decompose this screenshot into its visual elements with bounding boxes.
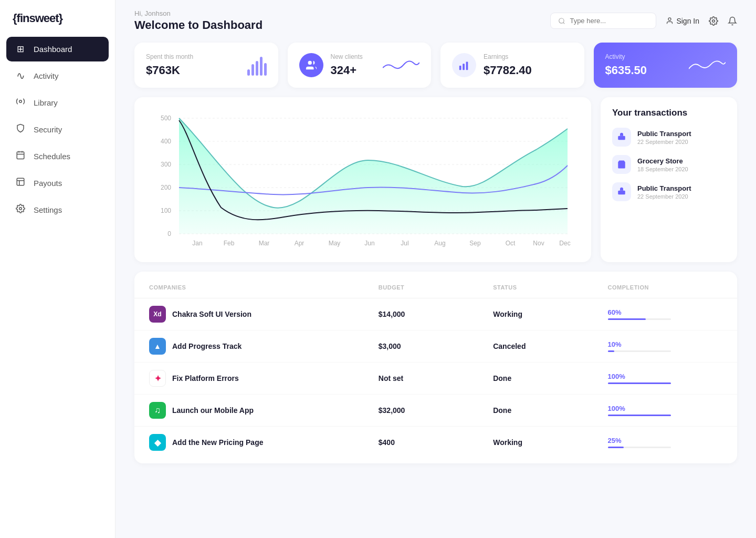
txn-date-1: 22 September 2020 (637, 139, 691, 145)
svg-text:Aug: Aug (434, 240, 445, 247)
txn-info-1: Public Transport 22 September 2020 (637, 130, 691, 145)
sidebar-item-label: Security (34, 125, 62, 134)
col-status: STATUS (493, 284, 607, 291)
stat-label-clients: New clients (331, 53, 363, 60)
svg-text:200: 200 (161, 184, 171, 191)
sidebar-item-label: Settings (34, 205, 62, 214)
sidebar-item-label: Dashboard (34, 45, 72, 54)
txn-info-3: Public Transport 22 September 2020 (637, 184, 691, 200)
chart-icon (458, 59, 470, 71)
table-header: COMPANIES BUDGET STATUS COMPLETION (134, 277, 737, 298)
svg-rect-14 (459, 66, 461, 70)
svg-text:100: 100 (161, 207, 171, 214)
sidebar-item-label: Schedules (34, 152, 70, 161)
table-section: COMPANIES BUDGET STATUS COMPLETION Xd Ch… (116, 272, 756, 482)
completion-val-3: 100% (608, 373, 722, 380)
search-icon (558, 17, 565, 25)
settings-icon (15, 204, 26, 216)
table-row: ▲ Add Progress Track $3,000 Canceled 10% (134, 330, 737, 363)
sidebar: {finsweet} ⊞ Dashboard ∿ Activity Librar… (0, 0, 116, 538)
bar1 (247, 69, 250, 76)
search-input[interactable] (570, 17, 648, 25)
sidebar-item-label: Activity (34, 71, 59, 80)
activity-icon: ∿ (15, 69, 26, 82)
bar4 (260, 57, 262, 76)
svg-point-13 (308, 61, 311, 65)
svg-point-12 (712, 19, 715, 22)
sidebar-item-label: Library (34, 98, 58, 107)
completion-5: 25% (608, 437, 722, 448)
company-icon-text-4: ♫ (154, 406, 161, 415)
search-box[interactable] (550, 13, 656, 29)
svg-point-47 (623, 193, 624, 194)
svg-point-11 (668, 18, 671, 20)
completion-3: 100% (608, 373, 722, 384)
completion-4: 100% (608, 405, 722, 416)
bell-icon[interactable] (728, 16, 737, 26)
progress-fill-1 (608, 318, 646, 320)
company-icon-3: ✦ (149, 370, 166, 387)
svg-rect-45 (618, 191, 625, 195)
sidebar-item-settings[interactable]: Settings (6, 197, 109, 223)
progress-fill-2 (608, 350, 614, 352)
table-wrap: COMPANIES BUDGET STATUS COMPLETION Xd Ch… (134, 272, 737, 463)
sign-in-button[interactable]: Sign In (666, 17, 699, 25)
table-row: ✦ Fix Platform Errors Not set Done 100% (134, 363, 737, 395)
svg-text:Dec: Dec (559, 240, 570, 247)
clients-wave (383, 57, 419, 73)
company-icon-text-2: ▲ (154, 342, 161, 350)
sidebar-item-library[interactable]: Library (6, 90, 109, 116)
svg-rect-5 (17, 178, 24, 185)
stat-label-activity: Activity (605, 53, 647, 60)
stat-info-earnings: Earnings $7782.40 (484, 53, 532, 77)
sidebar-item-activity[interactable]: ∿ Activity (6, 63, 109, 89)
budget-4: $32,000 (379, 406, 493, 415)
stat-value-activity: $635.50 (605, 64, 647, 77)
progress-fill-3 (608, 382, 671, 384)
budget-1: $14,000 (379, 310, 493, 318)
header: Hi, Jonhson Welcome to Dashboard Sign In (116, 0, 756, 37)
sidebar-item-label: Payouts (34, 179, 62, 188)
transport-icon-3 (617, 187, 626, 196)
budget-5: $400 (379, 438, 493, 447)
sidebar-item-payouts[interactable]: Payouts (6, 170, 109, 196)
col-budget: BUDGET (379, 284, 493, 291)
status-3: Done (493, 374, 607, 382)
company-icon-1: Xd (149, 306, 166, 323)
stat-info-spent: Spent this month $763K (146, 53, 193, 77)
sidebar-item-dashboard[interactable]: ⊞ Dashboard (6, 37, 109, 61)
sidebar-nav: ⊞ Dashboard ∿ Activity Library Security … (0, 37, 115, 223)
svg-text:Oct: Oct (506, 240, 516, 247)
txn-name-3: Public Transport (637, 184, 691, 192)
progress-fill-4 (608, 415, 671, 416)
completion-val-4: 100% (608, 405, 722, 412)
greeting-text: Hi, Jonhson (134, 9, 262, 17)
status-5: Working (493, 438, 607, 447)
sidebar-item-security[interactable]: Security (6, 117, 109, 142)
stat-card-clients-inner: New clients 324+ (299, 53, 363, 77)
security-icon (15, 123, 26, 136)
gear-icon[interactable] (709, 16, 718, 26)
svg-text:Jul: Jul (401, 240, 408, 247)
svg-rect-15 (463, 64, 465, 70)
completion-val-5: 25% (608, 437, 722, 444)
company-icon-text-3: ✦ (154, 374, 161, 384)
header-right: Sign In (550, 13, 737, 29)
sidebar-item-schedules[interactable]: Schedules (6, 143, 109, 169)
status-2: Canceled (493, 342, 607, 350)
company-cell-2: ▲ Add Progress Track (149, 338, 379, 355)
stat-value-clients: 324+ (331, 64, 363, 77)
company-icon-4: ♫ (149, 402, 166, 419)
chart-section: 500 400 300 200 100 0 Jan Feb Mar Apr Ma… (134, 97, 591, 262)
completion-1: 60% (608, 308, 722, 320)
activity-wave (689, 57, 726, 73)
transactions-section: Your transactions Public Transport 22 Se… (601, 97, 737, 262)
company-icon-text-5: ◆ (154, 438, 161, 448)
clients-icon-wrap (299, 53, 323, 77)
company-cell-1: Xd Chakra Soft UI Version (149, 306, 379, 323)
progress-fill-5 (608, 447, 624, 448)
completion-val-2: 10% (608, 340, 722, 348)
status-1: Working (493, 310, 607, 318)
svg-line-10 (563, 22, 565, 24)
svg-text:500: 500 (161, 115, 171, 122)
